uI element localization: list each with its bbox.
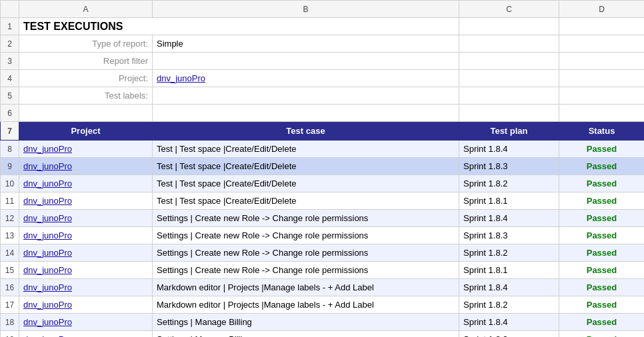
row3-b	[153, 53, 459, 70]
cell-project: dnv_junoPro	[19, 141, 153, 158]
cell-test-case: Settings | Create new Role -> Change rol…	[153, 227, 459, 244]
cell-test-plan: Sprint 1.8.1	[459, 192, 559, 210]
spreadsheet: A B C D 1 TEST EXECUTIONS 2 Type of repo…	[0, 0, 644, 337]
project-link[interactable]: dnv_junoPro	[23, 161, 72, 171]
row-1: 1 TEST EXECUTIONS	[1, 18, 645, 35]
cell-test-plan: Sprint 1.8.2	[459, 296, 559, 314]
project-link[interactable]: dnv_junoPro	[23, 282, 72, 292]
row-2: 2 Type of report: Simple	[1, 35, 645, 53]
cell-test-plan: Sprint 1.8.3	[459, 227, 559, 244]
cell-test-case: Settings | Manage Billing	[153, 314, 459, 331]
row4-c	[459, 70, 559, 87]
cell-test-plan: Sprint 1.8.1	[459, 262, 559, 279]
row1-d	[559, 18, 645, 35]
row6-a	[19, 105, 153, 122]
project-link[interactable]: dnv_junoPro	[23, 265, 72, 275]
table-row: 19dnv_junoProSettings | Manage BillingSp…	[1, 331, 645, 338]
project-link[interactable]: dnv_junoPro	[23, 213, 72, 223]
cell-status: Passed	[559, 331, 645, 338]
row-4: 4 Project: dnv_junoPro	[1, 70, 645, 87]
project-label: Project:	[19, 70, 153, 87]
row-num-2: 2	[1, 35, 19, 53]
row-num-11: 11	[1, 192, 19, 210]
project-link[interactable]: dnv_junoPro	[23, 248, 72, 258]
cell-test-case: Test | Test space |Create/Edit/Delete	[153, 158, 459, 175]
project-link[interactable]: dnv_junoPro	[23, 317, 72, 327]
table-row: 13dnv_junoProSettings | Create new Role …	[1, 227, 645, 244]
row6-c	[459, 105, 559, 122]
type-of-report-value: Simple	[153, 35, 459, 53]
row5-d	[559, 87, 645, 105]
row-num-8: 8	[1, 141, 19, 158]
cell-status: Passed	[559, 262, 645, 279]
report-filter-label: Report filter	[19, 53, 153, 70]
table-row: 14dnv_junoProSettings | Create new Role …	[1, 244, 645, 262]
cell-test-case: Test | Test space |Create/Edit/Delete	[153, 141, 459, 158]
row-num-19: 19	[1, 331, 19, 338]
cell-status: Passed	[559, 158, 645, 175]
cell-project: dnv_junoPro	[19, 158, 153, 175]
cell-status: Passed	[559, 227, 645, 244]
table-row: 8dnv_junoProTest | Test space |Create/Ed…	[1, 141, 645, 158]
col-header-c: C	[459, 1, 559, 18]
cell-test-plan: Sprint 1.8.4	[459, 141, 559, 158]
row6-b	[153, 105, 459, 122]
row-num-15: 15	[1, 262, 19, 279]
cell-status: Passed	[559, 175, 645, 192]
project-link[interactable]: dnv_junoPro	[23, 178, 72, 188]
cell-project: dnv_junoPro	[19, 279, 153, 296]
cell-test-case: Settings | Create new Role -> Change rol…	[153, 210, 459, 227]
cell-status: Passed	[559, 192, 645, 210]
project-link[interactable]: dnv_junoPro	[23, 196, 72, 206]
cell-project: dnv_junoPro	[19, 175, 153, 192]
cell-test-case: Settings | Create new Role -> Change rol…	[153, 262, 459, 279]
row-num-14: 14	[1, 244, 19, 262]
project-link[interactable]: dnv_junoPro	[23, 144, 72, 154]
project-link[interactable]: dnv_junoPro	[23, 230, 72, 240]
row-num-4: 4	[1, 70, 19, 87]
project-link[interactable]: dnv_junoPro	[23, 334, 72, 337]
cell-test-plan: Sprint 1.8.4	[459, 279, 559, 296]
col-testplan-header: Test plan	[459, 122, 559, 141]
row-5: 5 Test labels:	[1, 87, 645, 105]
cell-test-plan: Sprint 1.8.4	[459, 314, 559, 331]
col-header-d: D	[559, 1, 645, 18]
table-row: 11dnv_junoProTest | Test space |Create/E…	[1, 192, 645, 210]
row2-c	[459, 35, 559, 53]
row1-c	[459, 18, 559, 35]
cell-project: dnv_junoPro	[19, 227, 153, 244]
corner-cell	[1, 1, 19, 18]
cell-status: Passed	[559, 279, 645, 296]
table-row: 15dnv_junoProSettings | Create new Role …	[1, 262, 645, 279]
test-labels-label: Test labels:	[19, 87, 153, 105]
row5-c	[459, 87, 559, 105]
table-row: 12dnv_junoProSettings | Create new Role …	[1, 210, 645, 227]
cell-project: dnv_junoPro	[19, 244, 153, 262]
row-num-13: 13	[1, 227, 19, 244]
row-num-6: 6	[1, 105, 19, 122]
cell-test-plan: Sprint 1.8.3	[459, 158, 559, 175]
cell-status: Passed	[559, 210, 645, 227]
table-row: 9dnv_junoProTest | Test space |Create/Ed…	[1, 158, 645, 175]
cell-test-plan: Sprint 1.8.2	[459, 175, 559, 192]
col-header-b: B	[153, 1, 459, 18]
cell-test-case: Test | Test space |Create/Edit/Delete	[153, 175, 459, 192]
table-row: 17dnv_junoProMarkdown editor | Projects …	[1, 296, 645, 314]
row-num-3: 3	[1, 53, 19, 70]
cell-status: Passed	[559, 141, 645, 158]
row-num-1: 1	[1, 18, 19, 35]
cell-status: Passed	[559, 296, 645, 314]
project-link[interactable]: dnv_junoPro	[157, 73, 205, 83]
table-row: 10dnv_junoProTest | Test space |Create/E…	[1, 175, 645, 192]
cell-project: dnv_junoPro	[19, 192, 153, 210]
row-3: 3 Report filter	[1, 53, 645, 70]
row-num-12: 12	[1, 210, 19, 227]
cell-test-case: Settings | Create new Role -> Change rol…	[153, 244, 459, 262]
table-row: 18dnv_junoProSettings | Manage BillingSp…	[1, 314, 645, 331]
project-link[interactable]: dnv_junoPro	[23, 300, 72, 310]
row-num-17: 17	[1, 296, 19, 314]
row-num-9: 9	[1, 158, 19, 175]
table-row: 16dnv_junoProMarkdown editor | Projects …	[1, 279, 645, 296]
row3-c	[459, 53, 559, 70]
col-testcase-header: Test case	[153, 122, 459, 141]
